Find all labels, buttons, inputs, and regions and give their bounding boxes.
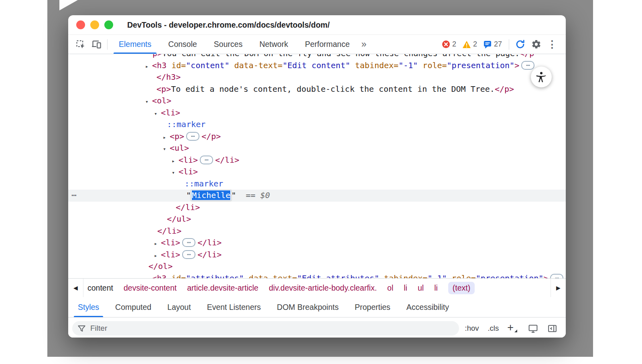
styles-toolbar: :hov .cls +: [68, 317, 566, 338]
tab-performance[interactable]: Performance: [297, 35, 358, 54]
sidebar-tab-event-listeners[interactable]: Event Listeners: [199, 297, 269, 317]
dom-tree-line[interactable]: </h3>: [68, 71, 566, 83]
device-toolbar-icon[interactable]: [88, 36, 104, 53]
sidebar-tab-styles[interactable]: Styles: [70, 297, 107, 317]
expand-arrow-icon[interactable]: ▸: [154, 250, 161, 262]
minimize-window-button[interactable]: [90, 20, 99, 29]
sidebar-tab-properties[interactable]: Properties: [347, 297, 398, 317]
code-token-tag: >: [514, 61, 519, 70]
dom-tree-line[interactable]: ▸<li>⋯</li>: [68, 237, 566, 249]
collapsed-content-ellipsis-icon[interactable]: ⋯: [521, 61, 534, 70]
issues-message-icon[interactable]: [483, 40, 492, 49]
sidebar-tab-accessibility[interactable]: Accessibility: [398, 297, 457, 317]
breadcrumb-item-li[interactable]: li: [434, 283, 438, 293]
code-token-tag: </li>: [176, 202, 200, 212]
collapsed-content-ellipsis-icon[interactable]: ⋯: [186, 132, 199, 141]
tab-sources[interactable]: Sources: [205, 35, 251, 54]
code-token-attr: role=: [452, 273, 476, 279]
code-token-tag: </h3>: [156, 72, 181, 82]
dom-tree-line[interactable]: ▸<li>⋯</li>: [68, 154, 566, 166]
element-classes-button[interactable]: .cls: [485, 322, 502, 334]
breadcrumb-item-div-devsite-article-body-clearfix[interactable]: div.devsite-article-body.clearfix.: [269, 283, 377, 293]
collapse-arrow-icon[interactable]: ▾: [172, 167, 179, 179]
zoom-window-button[interactable]: [104, 20, 113, 29]
breadcrumb-item-text[interactable]: (text): [448, 282, 475, 294]
more-tabs-icon[interactable]: »: [358, 39, 370, 50]
dom-tree-line[interactable]: ▸<li>⋯</li>: [68, 249, 566, 261]
sidebar-tabs: StylesComputedLayoutEvent ListenersDOM B…: [68, 297, 566, 317]
close-window-button[interactable]: [76, 20, 85, 29]
tab-elements[interactable]: Elements: [110, 35, 160, 54]
page-background: DevTools - developer.chrome.com/docs/dev…: [47, 0, 593, 357]
collapse-arrow-icon[interactable]: ▾: [145, 96, 152, 108]
expand-arrow-icon[interactable]: ▸: [172, 155, 179, 167]
code-token-eq: ==: [246, 190, 256, 200]
accessibility-person-icon: [535, 71, 547, 83]
code-token-tag: <li>: [161, 108, 180, 117]
collapse-arrow-icon[interactable]: ▾: [163, 143, 170, 155]
expand-arrow-icon[interactable]: ▸: [154, 238, 161, 250]
dom-tree-line[interactable]: </ol>: [68, 261, 566, 273]
expand-arrow-icon[interactable]: ▸: [163, 131, 170, 144]
code-token-txt: [244, 273, 249, 279]
kebab-menu-icon[interactable]: ⋮: [544, 36, 560, 53]
dom-tree-line[interactable]: </li>: [68, 202, 566, 214]
breadcrumb-item-ul[interactable]: ul: [418, 283, 424, 293]
code-token-tag: </li>: [215, 155, 239, 165]
collapsed-content-ellipsis-icon[interactable]: ⋯: [182, 238, 195, 247]
dom-tree-line[interactable]: ▸<p>⋯</p>: [68, 131, 566, 143]
expand-arrow-icon[interactable]: ▸: [145, 61, 152, 73]
breadcrumb-item-devsite-content[interactable]: devsite-content: [124, 283, 177, 293]
styles-filter[interactable]: [72, 321, 459, 336]
sync-extension-icon[interactable]: [512, 36, 528, 53]
accessibility-overlay-button[interactable]: [531, 67, 552, 87]
dom-tree-line[interactable]: ▾<ul>: [68, 142, 566, 154]
breadcrumb-item-article-devsite-article[interactable]: article.devsite-article: [187, 283, 258, 293]
code-token-txt: [167, 61, 171, 70]
dom-tree-line[interactable]: ▸<h3 id="attributes" data-text="Edit att…: [68, 273, 566, 279]
dom-tree-line[interactable]: ▾<li>: [68, 107, 566, 119]
window-title: DevTools - developer.chrome.com/docs/dev…: [127, 20, 330, 30]
breadcrumb-item-content[interactable]: content: [87, 283, 113, 293]
code-token-tag: </p: [520, 54, 534, 58]
error-icon[interactable]: [442, 40, 450, 49]
collapsed-content-ellipsis-icon[interactable]: ⋯: [550, 274, 563, 279]
new-style-rule-button[interactable]: +: [505, 324, 516, 333]
collapsed-content-ellipsis-icon[interactable]: ⋯: [200, 156, 213, 164]
inline-text-editor[interactable]: Michelle: [191, 190, 231, 200]
code-token-tag: </p>: [495, 84, 514, 94]
settings-gear-icon[interactable]: [528, 36, 544, 53]
dom-tree-line[interactable]: ⋯"Michelle" == $0: [68, 190, 566, 202]
toggle-sidebar-icon[interactable]: [544, 320, 560, 336]
dom-tree-line[interactable]: ▾<li>: [68, 166, 566, 178]
sidebar-tab-dom-breakpoints[interactable]: DOM Breakpoints: [269, 297, 347, 317]
code-token-txt: You can edit the DOM on the fly and see …: [162, 54, 520, 58]
dom-tree-line[interactable]: ::marker: [68, 119, 566, 131]
dom-tree-line[interactable]: </li>: [68, 225, 566, 237]
breadcrumb-item-ol[interactable]: ol: [387, 283, 393, 293]
sidebar-tab-layout[interactable]: Layout: [159, 297, 199, 317]
collapsed-content-ellipsis-icon[interactable]: ⋯: [182, 250, 195, 259]
dom-tree-line[interactable]: ▸<h3 id="content" data-text="Edit conten…: [68, 60, 566, 72]
breadcrumb-scroll-left-icon[interactable]: ◀: [68, 279, 83, 297]
styles-filter-input[interactable]: [89, 324, 457, 333]
sidebar-tab-computed[interactable]: Computed: [107, 297, 159, 317]
expand-arrow-icon[interactable]: ▸: [145, 273, 152, 279]
dom-tree-line[interactable]: ::marker: [68, 178, 566, 190]
row-options-dots-icon[interactable]: ⋯: [71, 190, 77, 202]
breadcrumb-item-li[interactable]: li: [404, 283, 407, 293]
tab-console[interactable]: Console: [160, 35, 205, 54]
dom-tree-line[interactable]: p>You can edit the DOM on the fly and se…: [68, 54, 566, 60]
code-token-attr: role=: [423, 61, 447, 70]
dom-tree-line[interactable]: ▾<ol>: [68, 95, 566, 107]
warning-icon[interactable]: [462, 40, 471, 49]
tab-network[interactable]: Network: [251, 35, 297, 54]
rendering-emulation-icon[interactable]: [525, 320, 541, 336]
dom-tree-line[interactable]: </ul>: [68, 213, 566, 225]
inspect-element-icon[interactable]: [72, 36, 88, 53]
toggle-element-state-button[interactable]: :hov: [462, 322, 482, 334]
code-token-tag: <p>: [156, 84, 171, 94]
dom-tree-line[interactable]: <p>To edit a node's content, double-clic…: [68, 83, 566, 95]
breadcrumb-scroll-right-icon[interactable]: ▶: [551, 279, 566, 297]
collapse-arrow-icon[interactable]: ▾: [154, 108, 161, 120]
